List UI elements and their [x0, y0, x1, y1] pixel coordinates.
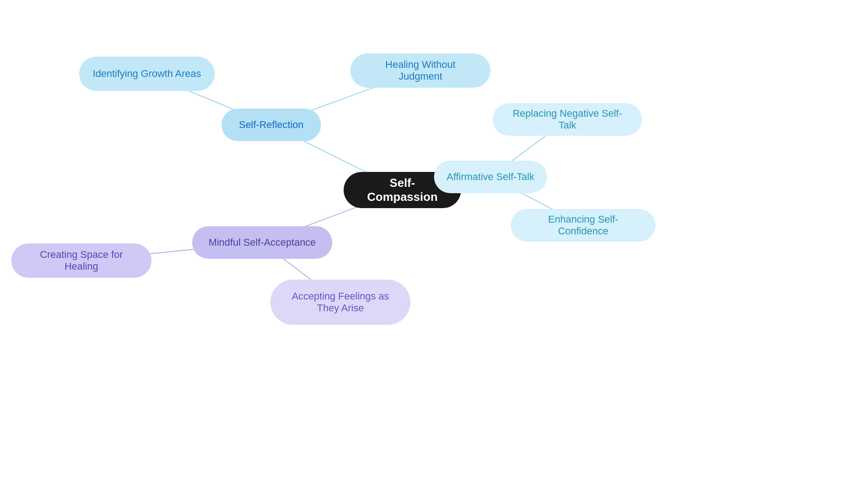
self-reflection-node[interactable]: Self-Reflection: [222, 109, 321, 141]
identifying-growth-label: Identifying Growth Areas: [93, 68, 201, 80]
healing-without-label: Healing Without Judgment: [363, 59, 478, 82]
identifying-growth-node[interactable]: Identifying Growth Areas: [79, 57, 215, 91]
enhancing-self-confidence-label: Enhancing Self-Confidence: [524, 214, 643, 237]
replacing-negative-node[interactable]: Replacing Negative Self-Talk: [493, 103, 642, 136]
creating-space-label: Creating Space for Healing: [24, 249, 139, 272]
creating-space-node[interactable]: Creating Space for Healing: [11, 243, 151, 278]
accepting-feelings-node[interactable]: Accepting Feelings as They Arise: [270, 280, 410, 325]
affirmative-self-talk-node[interactable]: Affirmative Self-Talk: [434, 161, 547, 193]
accepting-feelings-label: Accepting Feelings as They Arise: [283, 290, 398, 314]
mindful-self-acceptance-label: Mindful Self-Acceptance: [208, 237, 316, 248]
replacing-negative-label: Replacing Negative Self-Talk: [505, 108, 629, 131]
mindful-self-acceptance-node[interactable]: Mindful Self-Acceptance: [192, 226, 332, 259]
affirmative-self-talk-label: Affirmative Self-Talk: [447, 171, 534, 183]
enhancing-self-confidence-node[interactable]: Enhancing Self-Confidence: [511, 209, 656, 242]
self-reflection-label: Self-Reflection: [239, 119, 303, 131]
healing-without-judgment-node[interactable]: Healing Without Judgment: [350, 53, 491, 88]
